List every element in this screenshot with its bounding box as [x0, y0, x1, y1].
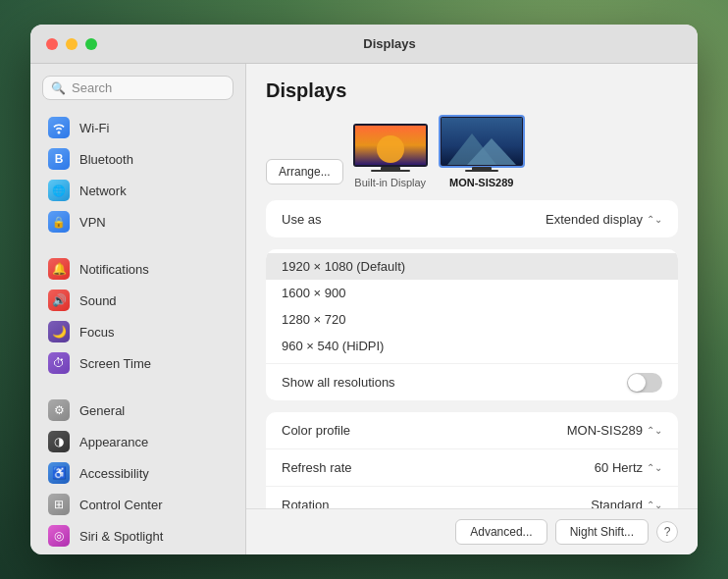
refresh-rate-arrow: ⌃⌄: [647, 462, 662, 473]
traffic-lights: [46, 38, 97, 50]
close-button[interactable]: [46, 38, 58, 50]
help-button[interactable]: ?: [656, 521, 678, 543]
sidebar-item-siri[interactable]: ◎ Siri & Spotlight: [36, 520, 239, 552]
rotation-arrow: ⌃⌄: [647, 500, 662, 508]
sidebar-item-appearance-label: Appearance: [79, 435, 148, 449]
external-display-thumb[interactable]: MON-SIS289: [438, 114, 526, 188]
builtin-display-label: Built-in Display: [354, 177, 426, 188]
sidebar-item-network[interactable]: 🌐 Network: [36, 175, 239, 206]
resolution-option-1[interactable]: 1600 × 900: [266, 280, 678, 306]
sidebar-item-screentime[interactable]: ⏱ Screen Time: [36, 347, 239, 379]
vpn-icon: 🔒: [48, 211, 70, 233]
screentime-icon: ⏱: [48, 352, 70, 374]
search-placeholder: Search: [72, 80, 112, 95]
resolution-option-2[interactable]: 1280 × 720: [266, 306, 678, 333]
search-box[interactable]: 🔍 Search: [42, 76, 234, 100]
night-shift-button[interactable]: Night Shift...: [555, 519, 649, 545]
sidebar-item-bluetooth-label: Bluetooth: [79, 152, 133, 167]
color-profile-arrow: ⌃⌄: [647, 425, 662, 436]
sidebar-item-wifi-label: Wi-Fi: [79, 121, 109, 135]
bluetooth-icon: B: [48, 148, 70, 170]
refresh-rate-selected: 60 Hertz: [595, 460, 643, 475]
sidebar-item-bluetooth[interactable]: B Bluetooth: [36, 143, 239, 175]
builtin-display-svg: [351, 122, 430, 173]
show-all-row: Show all resolutions: [266, 363, 678, 400]
svg-point-4: [377, 135, 404, 163]
use-as-row: Use as Extended display ⌃⌄: [266, 200, 678, 237]
general-icon: ⚙: [48, 399, 70, 421]
search-container: 🔍 Search: [30, 76, 245, 110]
refresh-rate-label: Refresh rate: [282, 460, 595, 475]
sidebar-item-notifications[interactable]: 🔔 Notifications: [36, 253, 239, 285]
settings-window: Displays 🔍 Search Wi-Fi: [30, 25, 698, 554]
minimize-button[interactable]: [66, 38, 78, 50]
sidebar-item-sound[interactable]: 🔊 Sound: [36, 285, 239, 316]
notifications-icon: 🔔: [48, 258, 70, 280]
refresh-rate-select[interactable]: 60 Hertz ⌃⌄: [595, 460, 662, 475]
rotation-select[interactable]: Standard ⌃⌄: [591, 498, 662, 508]
sidebar: 🔍 Search Wi-Fi B: [30, 64, 246, 554]
sidebar-network-section: Wi-Fi B Bluetooth 🌐 Network 🔒: [30, 110, 245, 239]
network-icon: 🌐: [48, 180, 70, 201]
sidebar-item-wifi[interactable]: Wi-Fi: [36, 112, 239, 143]
sidebar-item-vpn[interactable]: 🔒 VPN: [36, 206, 239, 237]
sidebar-item-network-label: Network: [79, 184, 127, 198]
displays-section: Arrange...: [246, 114, 698, 508]
sidebar-item-siri-label: Siri & Spotlight: [79, 529, 163, 544]
rotation-selected: Standard: [591, 498, 643, 508]
external-display-svg: [438, 114, 526, 173]
sidebar-item-sound-label: Sound: [79, 293, 117, 308]
sidebar-notifications-section: 🔔 Notifications 🔊 Sound 🌙 Focus: [30, 251, 245, 381]
sidebar-item-focus-label: Focus: [79, 325, 114, 340]
advanced-button[interactable]: Advanced...: [455, 519, 546, 545]
color-profile-selected: MON-SIS289: [567, 423, 643, 438]
rotation-label: Rotation: [282, 498, 591, 508]
content-area: 🔍 Search Wi-Fi B: [30, 64, 698, 554]
sidebar-item-focus[interactable]: 🌙 Focus: [36, 316, 239, 347]
sidebar-general-section: ⚙ General ◑ Appearance ♿ Accessibility: [30, 393, 245, 554]
sidebar-item-vpn-label: VPN: [79, 215, 106, 230]
siri-icon: ◎: [48, 525, 70, 547]
main-panel: Displays Arrange...: [246, 64, 698, 554]
rotation-value: Standard ⌃⌄: [591, 498, 662, 508]
use-as-arrow: ⌃⌄: [647, 214, 662, 225]
sidebar-item-accessibility[interactable]: ♿ Accessibility: [36, 457, 239, 489]
color-profile-label: Color profile: [282, 423, 567, 438]
wifi-icon: [48, 117, 70, 138]
color-profile-row: Color profile MON-SIS289 ⌃⌄: [266, 412, 678, 449]
sidebar-item-appearance[interactable]: ◑ Appearance: [36, 426, 239, 457]
arrange-button[interactable]: Arrange...: [266, 159, 343, 184]
window-title: Displays: [97, 36, 682, 51]
use-as-value: Extended display ⌃⌄: [546, 212, 662, 227]
accessibility-icon: ♿: [48, 462, 70, 484]
refresh-rate-row: Refresh rate 60 Hertz ⌃⌄: [266, 449, 678, 487]
titlebar: Displays: [30, 25, 698, 64]
maximize-button[interactable]: [85, 38, 97, 50]
sidebar-item-notifications-label: Notifications: [79, 262, 149, 277]
color-profile-select[interactable]: MON-SIS289 ⌃⌄: [567, 423, 662, 438]
sidebar-item-controlcenter-label: Control Center: [79, 498, 163, 512]
use-as-selected: Extended display: [546, 212, 643, 227]
color-profile-value: MON-SIS289 ⌃⌄: [567, 423, 662, 438]
sidebar-item-controlcenter[interactable]: ⊞ Control Center: [36, 489, 239, 520]
focus-icon: 🌙: [48, 321, 70, 342]
builtin-display-thumb[interactable]: Built-in Display: [351, 122, 430, 188]
sidebar-item-general-label: General: [79, 403, 125, 418]
search-icon: 🔍: [51, 81, 66, 95]
svg-rect-12: [465, 170, 498, 172]
external-display-label: MON-SIS289: [449, 177, 513, 188]
use-as-select[interactable]: Extended display ⌃⌄: [546, 212, 662, 227]
display-settings-card: Color profile MON-SIS289 ⌃⌄ Refresh rate: [266, 412, 678, 508]
appearance-icon: ◑: [48, 431, 70, 452]
sidebar-item-general[interactable]: ⚙ General: [36, 395, 239, 426]
rotation-row: Rotation Standard ⌃⌄: [266, 487, 678, 508]
use-as-label: Use as: [282, 212, 546, 227]
sidebar-item-screentime-label: Screen Time: [79, 356, 151, 371]
resolution-option-3[interactable]: 960 × 540 (HiDPI): [266, 333, 678, 359]
svg-rect-6: [371, 170, 410, 172]
show-all-label: Show all resolutions: [282, 375, 627, 390]
show-all-toggle[interactable]: [627, 373, 662, 393]
resolution-option-0[interactable]: 1920 × 1080 (Default): [266, 253, 678, 280]
sidebar-item-privacy[interactable]: 🛡 Privacy & Security: [36, 552, 239, 554]
sidebar-item-accessibility-label: Accessibility: [79, 466, 149, 481]
